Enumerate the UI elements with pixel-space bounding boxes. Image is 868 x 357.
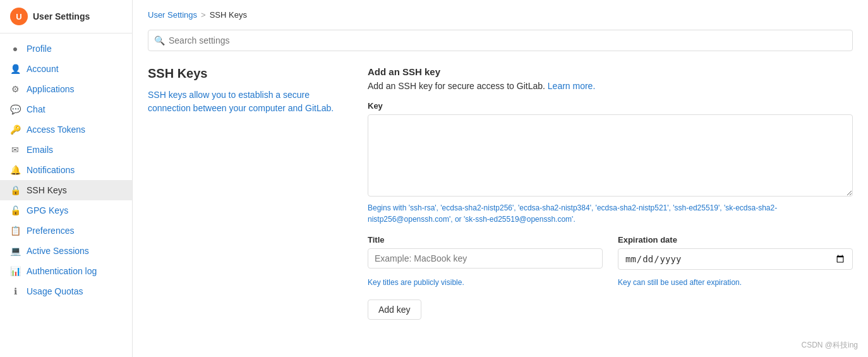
title-expiration-row: Title Expiration date [368, 235, 853, 270]
add-ssh-subtitle: Add an SSH key for secure access to GitL… [368, 81, 853, 91]
title-label: Title [368, 235, 603, 245]
sidebar-item-account[interactable]: 👤Account [0, 59, 132, 79]
profile-icon: ● [10, 44, 20, 54]
search-bar: 🔍 [148, 30, 853, 51]
usage-quotas-icon: ℹ [10, 286, 20, 296]
sidebar-header-title: User Settings [33, 11, 90, 21]
title-field-group: Title [368, 235, 603, 270]
sidebar-item-label-preferences: Preferences [27, 226, 74, 236]
applications-icon: ⚙ [10, 84, 20, 94]
page-title: SSH Keys [148, 66, 337, 81]
sidebar-nav: ●Profile👤Account⚙Applications💬Chat🔑Acces… [0, 33, 132, 357]
main-content: User Settings > SSH Keys 🔍 SSH Keys SSH … [133, 0, 868, 357]
key-hint: Begins with 'ssh-rsa', 'ecdsa-sha2-nistp… [368, 202, 853, 225]
page-description: SSH keys allow you to establish a secure… [148, 88, 337, 115]
access-tokens-icon: 🔑 [10, 124, 20, 135]
sidebar-item-authentication-log[interactable]: 📊Authentication log [0, 261, 132, 281]
add-ssh-heading: Add an SSH key [368, 66, 853, 77]
add-ssh-subtitle-text: Add an SSH key for secure access to GitL… [368, 81, 545, 91]
sidebar-item-applications[interactable]: ⚙Applications [0, 79, 132, 99]
ssh-keys-icon: 🔒 [10, 185, 20, 195]
sidebar: U User Settings ●Profile👤Account⚙Applica… [0, 0, 133, 357]
expiration-note: Key can still be used after expiration. [618, 278, 853, 287]
sidebar-item-emails[interactable]: ✉Emails [0, 140, 132, 160]
sidebar-item-label-profile: Profile [27, 44, 52, 54]
authentication-log-icon: 📊 [10, 266, 20, 276]
sidebar-item-label-emails: Emails [27, 145, 53, 155]
sidebar-item-ssh-keys[interactable]: 🔒SSH Keys [0, 180, 132, 200]
sidebar-item-label-ssh-keys: SSH Keys [27, 185, 67, 195]
expiration-date-input[interactable] [618, 248, 853, 270]
search-input-wrap: 🔍 [148, 30, 853, 51]
sidebar-item-profile[interactable]: ●Profile [0, 39, 132, 59]
title-note: Key titles are publicly visible. [368, 278, 603, 287]
expiration-label: Expiration date [618, 235, 853, 245]
sidebar-item-label-usage-quotas: Usage Quotas [27, 286, 83, 296]
gpg-keys-icon: 🔓 [10, 205, 20, 215]
watermark: CSDN @科技ing [801, 340, 858, 351]
expiration-field-group: Expiration date [618, 235, 853, 270]
breadcrumb-separator: > [201, 10, 206, 20]
sidebar-item-notifications[interactable]: 🔔Notifications [0, 160, 132, 180]
sidebar-item-active-sessions[interactable]: 💻Active Sessions [0, 241, 132, 261]
notifications-icon: 🔔 [10, 165, 20, 175]
preferences-icon: 📋 [10, 226, 20, 236]
learn-more-link[interactable]: Learn more. [548, 81, 595, 91]
sidebar-item-label-gpg-keys: GPG Keys [27, 205, 68, 215]
sidebar-header: U User Settings [0, 0, 132, 33]
content-area: SSH Keys SSH keys allow you to establish… [148, 66, 853, 320]
breadcrumb-current: SSH Keys [210, 10, 247, 20]
add-key-button[interactable]: Add key [368, 300, 421, 320]
sidebar-item-label-notifications: Notifications [27, 165, 75, 175]
user-settings-icon: U [10, 8, 28, 25]
sidebar-item-access-tokens[interactable]: 🔑Access Tokens [0, 119, 132, 140]
account-icon: 👤 [10, 64, 20, 74]
sidebar-item-chat[interactable]: 💬Chat [0, 99, 132, 119]
field-notes-row: Key titles are publicly visible. Key can… [368, 275, 853, 287]
key-field-label: Key [368, 101, 853, 111]
active-sessions-icon: 💻 [10, 246, 20, 256]
sidebar-item-label-active-sessions: Active Sessions [27, 246, 89, 256]
sidebar-item-gpg-keys[interactable]: 🔓GPG Keys [0, 200, 132, 221]
breadcrumb-parent[interactable]: User Settings [148, 10, 197, 20]
title-input[interactable] [368, 248, 603, 269]
expiration-note-col: Key can still be used after expiration. [618, 275, 853, 287]
sidebar-item-label-chat: Chat [27, 104, 45, 114]
sidebar-item-preferences[interactable]: 📋Preferences [0, 221, 132, 241]
emails-icon: ✉ [10, 145, 20, 155]
search-icon: 🔍 [154, 35, 165, 45]
right-panel: Add an SSH key Add an SSH key for secure… [368, 66, 853, 320]
sidebar-item-label-applications: Applications [27, 84, 75, 94]
sidebar-item-label-account: Account [27, 64, 59, 74]
search-input[interactable] [148, 30, 853, 51]
sidebar-item-label-authentication-log: Authentication log [27, 266, 97, 276]
left-panel: SSH Keys SSH keys allow you to establish… [148, 66, 337, 320]
chat-icon: 💬 [10, 104, 20, 114]
breadcrumb: User Settings > SSH Keys [148, 10, 853, 20]
sidebar-item-label-access-tokens: Access Tokens [27, 124, 85, 135]
key-textarea[interactable] [368, 114, 853, 197]
title-note-col: Key titles are publicly visible. [368, 275, 603, 287]
sidebar-item-usage-quotas[interactable]: ℹUsage Quotas [0, 281, 132, 301]
